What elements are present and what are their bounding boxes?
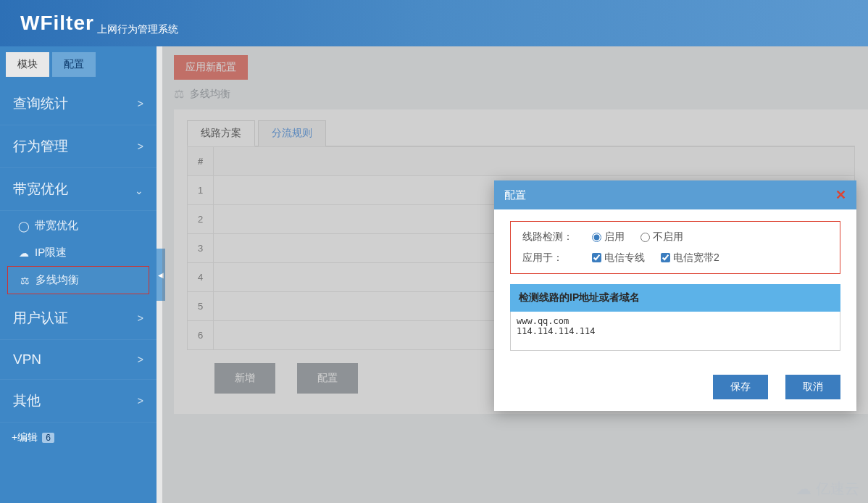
- detect-header: 检测线路的IP地址或者域名: [510, 284, 840, 312]
- sidebar-item-userauth[interactable]: 用户认证 >: [0, 297, 157, 340]
- cancel-button[interactable]: 取消: [785, 375, 840, 399]
- sub-item-bandwidth-opt[interactable]: ◯ 带宽优化: [7, 212, 149, 239]
- radio-enable[interactable]: 启用: [592, 230, 625, 244]
- radio-disable[interactable]: 不启用: [640, 230, 683, 244]
- sidebar-item-behavior[interactable]: 行为管理 >: [0, 125, 157, 168]
- close-icon[interactable]: ✕: [835, 187, 846, 203]
- app-header: WFilter 上网行为管理系统: [0, 0, 868, 46]
- sidebar-item-other[interactable]: 其他 >: [0, 380, 157, 423]
- sidebar-item-query[interactable]: 查询统计 >: [0, 83, 157, 125]
- sub-item-multiline[interactable]: ⚖ 多线均衡: [7, 266, 149, 294]
- detect-textarea[interactable]: [510, 312, 840, 351]
- chevron-right-icon: >: [138, 354, 143, 365]
- sidebar-item-vpn[interactable]: VPN >: [0, 340, 157, 380]
- chevron-right-icon: >: [138, 312, 143, 324]
- watermark: ☁ 亿速云: [796, 479, 859, 499]
- nav-tab-modules[interactable]: 模块: [6, 52, 49, 77]
- gauge-icon: ☁: [17, 247, 30, 259]
- modal-title: 配置: [504, 188, 526, 202]
- chevron-right-icon: >: [138, 98, 143, 109]
- chevron-down-icon: ⌄: [135, 185, 143, 196]
- sidebar: 模块 配置 查询统计 > 行为管理 > 带宽优化 ⌄ ◯ 带宽优化: [0, 46, 157, 503]
- save-button[interactable]: 保存: [713, 375, 768, 399]
- circle-icon: ◯: [17, 220, 30, 232]
- logo-subtitle: 上网行为管理系统: [97, 23, 178, 36]
- chevron-right-icon: >: [138, 141, 143, 152]
- sidebar-edit[interactable]: +编辑 6: [0, 423, 157, 453]
- balance-icon: ⚖: [18, 275, 31, 286]
- edit-count-badge: 6: [42, 433, 54, 443]
- apply-label: 应用于：: [522, 251, 592, 265]
- check-telecom-line[interactable]: 电信专线: [592, 251, 645, 265]
- check-telecom-bb2[interactable]: 电信宽带2: [661, 251, 719, 265]
- config-modal: 配置 ✕ 线路检测： 启用 不启用 应用于： 电信专线: [494, 180, 856, 411]
- nav-tab-config[interactable]: 配置: [52, 52, 96, 77]
- logo-text: WFilter: [20, 12, 94, 35]
- sub-item-ip-limit[interactable]: ☁ IP限速: [7, 239, 149, 266]
- main-content: 应用新配置 ⚖ 多线均衡 线路方案 分流规则 # 1 2 3 4 5 6: [162, 46, 868, 503]
- sidebar-item-bandwidth[interactable]: 带宽优化 ⌄: [0, 168, 157, 211]
- detect-label: 线路检测：: [522, 230, 592, 244]
- chevron-right-icon: >: [138, 395, 143, 407]
- cloud-icon: ☁: [796, 480, 811, 499]
